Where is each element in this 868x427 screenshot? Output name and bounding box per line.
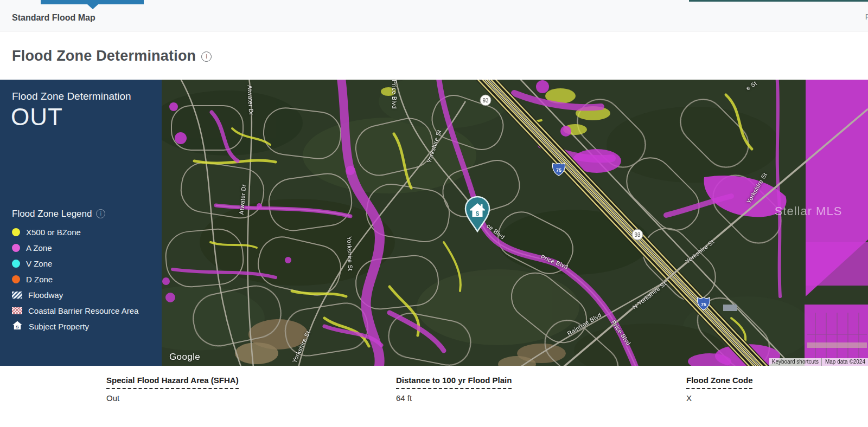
map-attribution: Keyboard shortcutsMap data ©2024: [769, 358, 868, 366]
legend-title: Flood Zone Legendi: [12, 209, 105, 219]
legend-item-x500: X500 or BZone: [12, 227, 138, 237]
street-label: Yorkshire St: [346, 236, 354, 271]
stellar-mls-watermark: Stellar MLS: [775, 204, 843, 218]
field-zone-code-value: X: [686, 393, 752, 403]
legend-item-coastal-barrier: Coastal Barrier Resource Area: [12, 306, 138, 316]
route-shield-93-south: 93: [632, 229, 643, 240]
clipped-right-text: F: [865, 12, 868, 21]
field-sfha-label[interactable]: Special Flood Hazard Area (SFHA): [106, 376, 239, 389]
street-label: Price Blvd: [391, 80, 398, 109]
svg-text:93: 93: [482, 98, 489, 103]
active-tab-indicator: [41, 0, 144, 4]
interstate-shield-75-north: 75: [552, 163, 565, 176]
title-row: Flood Zone Determinationi: [0, 31, 868, 80]
field-zone-code: Flood Zone Code X: [686, 376, 752, 403]
map-data-copyright: Map data ©2024: [822, 358, 868, 366]
field-distance-value: 64 ft: [396, 393, 512, 403]
field-sfha-value: Out: [106, 393, 239, 403]
legend-item-subject-property: S Subject Property: [12, 321, 138, 332]
tab-bar: Standard Flood Map F: [0, 0, 868, 31]
field-zone-code-label[interactable]: Flood Zone Code: [686, 376, 752, 389]
floodway-swatch: [12, 292, 22, 299]
flood-map[interactable]: 93 75 93 75 S Atwater Dr: [162, 80, 868, 366]
google-logo: Google: [169, 352, 200, 363]
top-border-line: [689, 0, 868, 2]
determination-panel: Flood Zone Determination OUT Flood Zone …: [0, 80, 162, 366]
legend-item-floodway: Floodway: [12, 290, 138, 300]
legend-item-d-zone: D Zone: [12, 274, 138, 284]
route-shield-93-north: 93: [480, 95, 491, 106]
svg-text:S: S: [16, 325, 19, 329]
coastal-barrier-swatch: [12, 307, 22, 314]
summary-footer: Special Flood Hazard Area (SFHA) Out Dis…: [0, 366, 868, 427]
subject-property-house-icon: S: [12, 321, 23, 333]
legend-item-a-zone: A Zone: [12, 243, 138, 253]
a-zone-swatch: [12, 244, 20, 252]
svg-text:93: 93: [634, 232, 641, 238]
flood-map-page: Standard Flood Map F Flood Zone Determin…: [0, 0, 868, 427]
determination-value: OUT: [11, 103, 63, 131]
legend-item-v-zone: V Zone: [12, 258, 138, 269]
satellite-map-canvas: 93 75 93 75 S: [162, 80, 868, 366]
flood-zone-legend: X500 or BZone A Zone V Zone D Zone Flood…: [12, 227, 138, 332]
svg-text:S: S: [476, 211, 480, 217]
legend-info-icon[interactable]: i: [96, 209, 105, 218]
tab-standard-flood-map[interactable]: Standard Flood Map: [12, 13, 95, 23]
svg-text:75: 75: [701, 302, 706, 307]
field-distance-label[interactable]: Distance to 100 yr Flood Plain: [396, 376, 512, 389]
d-zone-swatch: [12, 275, 20, 283]
field-sfha: Special Flood Hazard Area (SFHA) Out: [106, 376, 239, 403]
svg-text:75: 75: [556, 167, 561, 173]
field-distance: Distance to 100 yr Flood Plain 64 ft: [396, 376, 512, 403]
x500-zone-swatch: [12, 228, 20, 236]
page-title: Flood Zone Determinationi: [12, 48, 212, 64]
determination-label: Flood Zone Determination: [12, 90, 131, 102]
info-icon[interactable]: i: [201, 51, 212, 62]
v-zone-swatch: [12, 260, 20, 268]
keyboard-shortcuts-link[interactable]: Keyboard shortcuts: [769, 358, 821, 366]
